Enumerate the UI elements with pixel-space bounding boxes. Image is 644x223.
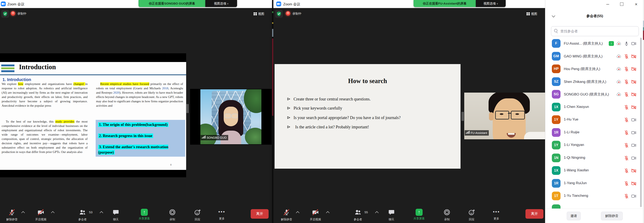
avatar: HP bbox=[552, 64, 560, 73]
citation-year: 2020 bbox=[113, 91, 119, 94]
grid-view-icon bbox=[526, 12, 530, 15]
slide-bullet: Create three or four central research qu… bbox=[294, 97, 448, 101]
start-video-button[interactable]: 开启视频 bbox=[28, 209, 53, 221]
panel-scrollbar[interactable] bbox=[640, 38, 642, 207]
search-icon bbox=[554, 29, 558, 32]
video-thumbnail-fu-assistant[interactable]: FU-Assistant bbox=[464, 93, 545, 139]
video-thumbnail-songbo[interactable]: SONGBO GUO bbox=[190, 89, 272, 145]
search-participant-input[interactable]: 查找参会者 bbox=[551, 26, 639, 36]
mic-muted-icon bbox=[624, 54, 629, 59]
right-status-row: 录制中 视图 bbox=[273, 10, 545, 18]
avatar: 1N bbox=[552, 154, 560, 162]
camera-off-icon bbox=[631, 79, 636, 84]
camera-off-icon bbox=[631, 92, 636, 97]
view-layout-button[interactable]: 视图 bbox=[254, 11, 270, 17]
participant-row[interactable]: SZ Shen Zhikang (联席主持人) bbox=[545, 75, 644, 88]
participant-row-partial[interactable] bbox=[545, 202, 644, 209]
share-scroll-handle[interactable] bbox=[462, 112, 464, 121]
close-button[interactable]: × bbox=[633, 2, 639, 7]
participant-row[interactable]: 1R 1-Li Ruijie bbox=[545, 126, 644, 139]
invite-button[interactable]: 邀请 bbox=[567, 212, 581, 220]
view-options-button[interactable]: 视图选项 ˅ bbox=[476, 0, 506, 7]
person-shoulder bbox=[524, 132, 545, 139]
participant-row[interactable]: HP Hou Peng (联席主持人) bbox=[545, 63, 644, 75]
avatar: 1Y bbox=[552, 141, 560, 149]
unmute-button[interactable]: 解除静音 bbox=[274, 209, 299, 221]
camera-off-icon bbox=[631, 181, 636, 186]
participant-row[interactable]: 1R 1-Yang RuiJun bbox=[545, 177, 644, 190]
start-video-button[interactable]: 开启视频 bbox=[303, 209, 328, 221]
camera-on-icon bbox=[631, 193, 636, 199]
chat-button[interactable]: 聊天 bbox=[104, 209, 128, 221]
shared-document: Introduction 1. Introduction We explore … bbox=[0, 62, 186, 170]
slide-title: How to search bbox=[274, 77, 460, 85]
reactions-button[interactable]: 回应 bbox=[185, 209, 210, 221]
reactions-button[interactable]: 回应 bbox=[459, 209, 484, 221]
mic-muted-icon bbox=[624, 104, 629, 110]
security-shield-icon[interactable] bbox=[1, 10, 9, 18]
more-button[interactable]: ••• 更多 bbox=[484, 209, 509, 220]
share-screen-icon: ↑ bbox=[141, 209, 148, 216]
more-button[interactable]: ••• 更多 bbox=[210, 209, 234, 220]
record-button[interactable]: 录制 bbox=[434, 209, 459, 221]
left-window-title: Zoom 会议 bbox=[8, 2, 24, 7]
participants-panel: ─ × 参会者(55) 查找参会者 F FU-Assist... (联席主持人)… bbox=[545, 0, 644, 223]
mic-muted-icon bbox=[624, 130, 629, 135]
participant-row[interactable]: F FU-Assist... (联席主持人) ↑ bbox=[545, 37, 644, 50]
right-window-title: Zoom 会议 bbox=[283, 2, 300, 7]
minimize-button[interactable]: ─ bbox=[605, 2, 611, 7]
camera-on-icon bbox=[631, 117, 636, 123]
participant-row[interactable]: 1X 1-Chen Xiaoyun bbox=[545, 101, 644, 114]
mic-muted-icon bbox=[8, 209, 16, 216]
view-options-button[interactable]: 视图选项 ˅ bbox=[205, 0, 237, 7]
participant-row[interactable]: 1N 1-Qi Ningning bbox=[545, 152, 644, 164]
glasses-right-lens bbox=[511, 111, 525, 120]
avatar: 1Y bbox=[552, 115, 560, 124]
avatar: GM bbox=[552, 52, 560, 61]
participants-options-chevron[interactable] bbox=[100, 211, 103, 215]
cloud-recording-icon bbox=[616, 66, 622, 72]
unmute-button[interactable]: 解除静音 bbox=[0, 209, 24, 221]
avatar: F bbox=[552, 39, 560, 48]
participant-row[interactable]: 1Y 1-Li Yongyan bbox=[545, 139, 644, 152]
cloud-recording-icon bbox=[616, 41, 622, 46]
chat-button[interactable]: 聊天 bbox=[379, 209, 404, 221]
avatar: SG bbox=[552, 90, 560, 98]
participant-row[interactable]: GM GAO MING (联席主持人) bbox=[545, 50, 644, 63]
grid-view-icon bbox=[254, 12, 257, 15]
view-layout-button[interactable]: 视图 bbox=[526, 11, 543, 17]
recording-indicator-icon bbox=[11, 11, 15, 16]
leave-button[interactable]: 离开 bbox=[251, 209, 268, 219]
mic-muted-icon bbox=[624, 181, 629, 186]
participant-name: Shen Zhikang (联席主持人) bbox=[564, 79, 606, 84]
participant-name: 1-Wang Xiaofan bbox=[564, 168, 589, 172]
video-name-label: SONGBO GUO bbox=[200, 135, 228, 140]
signal-bars-icon bbox=[202, 136, 206, 139]
share-scroll-handle[interactable] bbox=[186, 104, 189, 113]
share-screen-button[interactable]: ↑ 共享屏幕 bbox=[132, 209, 157, 220]
header-rule bbox=[0, 74, 186, 75]
participant-row[interactable]: 1X 1-Wang Xiaofan bbox=[545, 164, 644, 177]
slide-bullet: Is the article cited a lot? Probably imp… bbox=[295, 125, 448, 129]
slide-bullet: Pick your keywords carefully bbox=[294, 106, 448, 110]
participants-options-chevron[interactable] bbox=[375, 211, 379, 215]
doc-column-1-para-2: To the best of our knowledge, this study… bbox=[2, 120, 88, 154]
avatar bbox=[552, 204, 560, 209]
leave-button[interactable]: 离开 bbox=[526, 209, 544, 219]
more-icon: ••• bbox=[493, 209, 500, 216]
glasses-bridge bbox=[508, 113, 511, 114]
slide-bullet: Is your search portal appropriate? Do yo… bbox=[294, 115, 448, 120]
logo-stripe bbox=[1, 64, 14, 66]
person-teeth bbox=[508, 133, 514, 135]
security-shield-icon[interactable] bbox=[275, 10, 283, 18]
maximize-button[interactable] bbox=[619, 2, 625, 7]
participant-row[interactable]: 1T 1-Yu Tiancheng bbox=[545, 190, 644, 202]
unmute-all-button[interactable]: 解除静音 bbox=[601, 212, 623, 220]
cloud-recording-icon bbox=[616, 54, 622, 59]
participant-row[interactable]: 1Y 1-Hu Yue bbox=[545, 114, 644, 126]
share-screen-button[interactable]: ↑ 共享屏幕 bbox=[407, 209, 432, 220]
participant-name: 1-Li Ruijie bbox=[564, 130, 580, 134]
mic-muted-icon bbox=[624, 155, 629, 161]
record-button[interactable]: 录制 bbox=[160, 209, 185, 221]
participant-row[interactable]: SG SONGBO GUO (联席主持人) bbox=[545, 88, 644, 101]
